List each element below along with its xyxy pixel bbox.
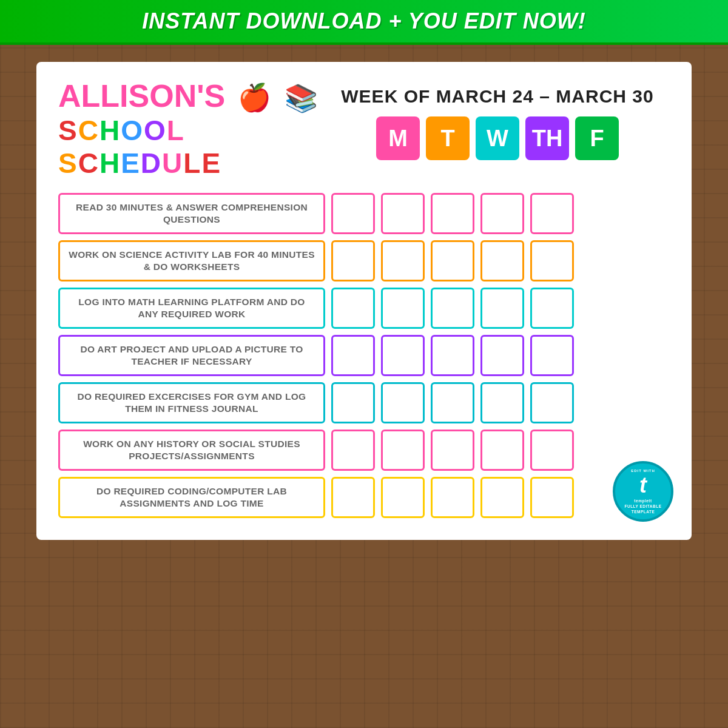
templett-letter: t (639, 473, 647, 498)
title-block: ALLISON'S 🍎 📚 SCHOOL SCHEDULE (58, 80, 325, 180)
checkbox-6-wed[interactable] (431, 430, 474, 471)
checkbox-7-mon[interactable] (331, 477, 375, 518)
checkbox-1-fri[interactable] (530, 193, 574, 234)
checkbox-1-mon[interactable] (331, 193, 375, 234)
checkbox-1-thu[interactable] (480, 193, 524, 234)
checkbox-6-tue[interactable] (381, 430, 425, 471)
day-monday: M (376, 116, 420, 160)
task-label-2: WORK ON SCIENCE ACTIVITY LAB FOR 40 MINU… (58, 240, 325, 281)
task-label-6: WORK ON ANY HISTORY OR SOCIAL STUDIES PR… (58, 430, 325, 471)
task-label-4: DO ART PROJECT AND UPLOAD A PICTURE TO T… (58, 335, 325, 376)
checkbox-7-thu[interactable] (480, 477, 524, 518)
checkbox-2-mon[interactable] (331, 240, 375, 281)
day-wednesday: W (476, 116, 519, 160)
check-boxes-1 (331, 193, 574, 234)
task-label-1: READ 30 MINUTES & ANSWER COMPREHENSION Q… (58, 193, 325, 234)
week-block: WEEK OF MARCH 24 – MARCH 30 M T W TH F (325, 80, 670, 160)
checkbox-4-thu[interactable] (480, 335, 524, 376)
task-label-3: LOG INTO MATH LEARNING PLATFORM AND DO A… (58, 288, 325, 329)
table-row: WORK ON ANY HISTORY OR SOCIAL STUDIES PR… (58, 430, 670, 471)
check-boxes-6 (331, 430, 574, 471)
templett-label: templettFULLY EDITABLETEMPLATE (624, 498, 661, 514)
checkbox-4-wed[interactable] (431, 335, 474, 376)
checkbox-6-thu[interactable] (480, 430, 524, 471)
apple-emoji: 🍎 (238, 84, 271, 111)
checkbox-6-mon[interactable] (331, 430, 375, 471)
checkbox-3-mon[interactable] (331, 288, 375, 329)
checkbox-2-fri[interactable] (530, 240, 574, 281)
table-row: WORK ON SCIENCE ACTIVITY LAB FOR 40 MINU… (58, 240, 670, 281)
table-row: LOG INTO MATH LEARNING PLATFORM AND DO A… (58, 288, 670, 329)
checkbox-5-tue[interactable] (381, 382, 425, 423)
task-grid: READ 30 MINUTES & ANSWER COMPREHENSION Q… (58, 193, 670, 518)
week-text: WEEK OF MARCH 24 – MARCH 30 (325, 86, 670, 107)
table-row: READ 30 MINUTES & ANSWER COMPREHENSION Q… (58, 193, 670, 234)
checkbox-5-wed[interactable] (431, 382, 474, 423)
name-line: ALLISON'S 🍎 📚 (58, 80, 325, 112)
books-emoji: 📚 (285, 85, 318, 112)
checkbox-2-wed[interactable] (431, 240, 474, 281)
checkbox-3-tue[interactable] (381, 288, 425, 329)
checkbox-3-thu[interactable] (480, 288, 524, 329)
task-label-7: DO REQUIRED CODING/COMPUTER LAB ASSIGNME… (58, 477, 325, 518)
check-boxes-4 (331, 335, 574, 376)
checkbox-1-wed[interactable] (431, 193, 474, 234)
day-thursday: TH (525, 116, 569, 160)
check-boxes-3 (331, 288, 574, 329)
checkbox-6-fri[interactable] (530, 430, 574, 471)
name-allisons: ALLISON'S (58, 80, 225, 112)
task-label-5: DO REQUIRED EXCERCISES FOR GYM AND LOG T… (58, 382, 325, 423)
checkbox-1-tue[interactable] (381, 193, 425, 234)
table-row: DO REQUIRED CODING/COMPUTER LAB ASSIGNME… (58, 477, 670, 518)
table-row: DO REQUIRED EXCERCISES FOR GYM AND LOG T… (58, 382, 670, 423)
check-boxes-5 (331, 382, 574, 423)
checkbox-7-fri[interactable] (530, 477, 574, 518)
top-banner: INSTANT DOWNLOAD + YOU EDIT NOW! (0, 0, 728, 45)
day-headers: M T W TH F (325, 116, 670, 160)
day-friday: F (575, 116, 619, 160)
checkbox-5-thu[interactable] (480, 382, 524, 423)
check-boxes-7 (331, 477, 574, 518)
day-tuesday: T (426, 116, 470, 160)
check-boxes-2 (331, 240, 574, 281)
checkbox-4-mon[interactable] (331, 335, 375, 376)
banner-text: INSTANT DOWNLOAD + YOU EDIT NOW! (142, 8, 586, 33)
checkbox-3-wed[interactable] (431, 288, 474, 329)
checkbox-4-tue[interactable] (381, 335, 425, 376)
checkbox-5-mon[interactable] (331, 382, 375, 423)
checkbox-2-tue[interactable] (381, 240, 425, 281)
checkbox-4-fri[interactable] (530, 335, 574, 376)
checkbox-2-thu[interactable] (480, 240, 524, 281)
table-row: DO ART PROJECT AND UPLOAD A PICTURE TO T… (58, 335, 670, 376)
checkbox-5-fri[interactable] (530, 382, 574, 423)
header-section: ALLISON'S 🍎 📚 SCHOOL SCHEDULE WEEK OF MA… (58, 80, 670, 180)
checkbox-3-fri[interactable] (530, 288, 574, 329)
templett-badge: EDIT WITH t templettFULLY EDITABLETEMPLA… (613, 461, 673, 522)
checkbox-7-wed[interactable] (431, 477, 474, 518)
checkbox-7-tue[interactable] (381, 477, 425, 518)
schedule-title: SCHOOL SCHEDULE (58, 114, 325, 180)
main-card: ALLISON'S 🍎 📚 SCHOOL SCHEDULE WEEK OF MA… (36, 62, 692, 540)
